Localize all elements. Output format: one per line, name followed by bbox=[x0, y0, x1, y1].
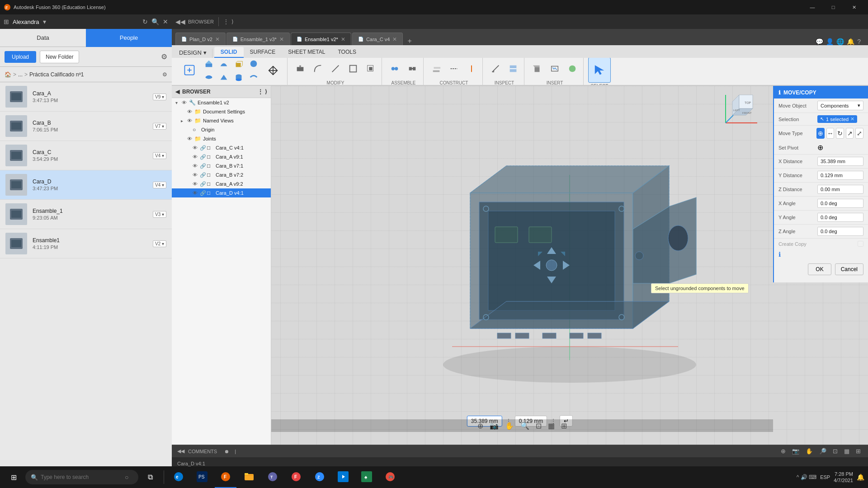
upload-button[interactable]: Upload bbox=[5, 51, 36, 63]
tab-close-button[interactable]: ✕ bbox=[215, 36, 220, 42]
notification-icon[interactable]: 💬 bbox=[816, 38, 823, 45]
task-view-button[interactable]: ⧉ bbox=[140, 467, 160, 487]
vis-icon[interactable]: 👁 bbox=[193, 163, 199, 169]
sweep-button[interactable] bbox=[217, 58, 231, 70]
file-list-item[interactable]: Cara_B 7:06:15 PM V7 ▾ bbox=[0, 112, 172, 141]
move-type-rotate-button[interactable]: ↻ bbox=[836, 128, 844, 139]
cylinder-button[interactable] bbox=[232, 71, 245, 84]
select-button[interactable] bbox=[588, 58, 611, 83]
extrude-button[interactable] bbox=[202, 58, 216, 70]
fillet-button[interactable] bbox=[310, 60, 326, 78]
move-type-edge-button[interactable]: ↔ bbox=[826, 128, 835, 139]
design-dropdown-button[interactable]: DESIGN ▾ bbox=[175, 47, 210, 58]
browser-tree-item[interactable]: 👁🔗□ Cara_D v4:1 bbox=[172, 188, 271, 197]
vis-icon[interactable]: 👁 bbox=[193, 181, 199, 187]
visibility-icon[interactable]: 👁 bbox=[187, 136, 193, 141]
document-tab[interactable]: 📄 Plan_D v2 ✕ bbox=[175, 33, 226, 45]
tab-close-button[interactable]: ✕ bbox=[392, 36, 397, 42]
midplane-button[interactable] bbox=[446, 60, 462, 78]
move-type-free-button[interactable]: ⊕ bbox=[816, 128, 825, 139]
breadcrumb-settings-icon[interactable]: ⚙ bbox=[162, 71, 167, 78]
browser-tree-item[interactable]: 👁🔗□ Cara_B v7:2 bbox=[172, 170, 271, 179]
chevron-down-icon[interactable]: ▾ bbox=[43, 18, 46, 25]
zoom-region-button[interactable]: ⊡ bbox=[534, 421, 543, 431]
browser-collapse-icon[interactable]: ◀ bbox=[175, 89, 179, 95]
cancel-button[interactable]: Cancel bbox=[835, 263, 863, 275]
ok-button[interactable]: OK bbox=[808, 263, 831, 275]
home-breadcrumb[interactable]: 🏠 bbox=[5, 71, 11, 78]
browser-expand-icon[interactable]: ⟩ bbox=[265, 89, 267, 95]
browser-tree-item[interactable]: 👁🔗□ Cara_C v4:1 bbox=[172, 143, 271, 152]
taskbar-fonts[interactable]: F bbox=[285, 466, 307, 488]
y-angle-value[interactable]: 0.0 deg bbox=[817, 213, 863, 222]
vis-icon[interactable]: 👁 bbox=[193, 190, 199, 196]
set-pivot-button[interactable]: ⊕ bbox=[817, 143, 823, 152]
move-object-dropdown[interactable]: Components ▾ bbox=[817, 101, 863, 110]
close-button[interactable]: ✕ bbox=[844, 0, 864, 14]
loft-button[interactable] bbox=[217, 71, 231, 84]
view2-button[interactable]: ⊡ bbox=[831, 447, 840, 455]
viewport[interactable]: ◀ BROWSER ⋮ ⟩ ▾ 👁 🔧 Ensamble1 v2 👁 📁 Doc… bbox=[172, 86, 868, 445]
section-button[interactable] bbox=[505, 60, 521, 78]
sphere-button[interactable] bbox=[247, 58, 260, 70]
comments-expand-icon[interactable]: ◀◀ bbox=[177, 448, 184, 454]
ribbon-tab-surface[interactable]: SURFACE bbox=[244, 47, 282, 58]
camera-button[interactable]: 📷 bbox=[488, 421, 500, 431]
ribbon-tab-tools[interactable]: TOOLS bbox=[331, 47, 362, 58]
camera2-button[interactable]: 📷 bbox=[790, 447, 801, 455]
document-tab[interactable]: 📄 Ensamble1 v2* ✕ bbox=[291, 33, 351, 45]
grid2-button[interactable]: ⊞ bbox=[854, 447, 863, 455]
taskbar-time[interactable]: 7:28 PM 4/7/2021 bbox=[834, 471, 853, 484]
snap-button[interactable]: ⊕ bbox=[476, 421, 485, 431]
joint-button[interactable] bbox=[387, 60, 403, 78]
ribbon-tab-solid[interactable]: SOLID bbox=[214, 47, 244, 58]
taskbar-edge[interactable]: e bbox=[168, 466, 189, 488]
settings-button[interactable]: ⚙ bbox=[161, 52, 167, 61]
insert-canvas-button[interactable] bbox=[547, 60, 563, 78]
grid-icon[interactable]: ⊞ bbox=[4, 18, 9, 25]
browser-tree-item[interactable]: ▸ 👁 📁 Named Views bbox=[172, 116, 271, 125]
z-distance-value[interactable]: 0.00 mm bbox=[817, 185, 863, 194]
pan-button[interactable]: ✋ bbox=[503, 421, 516, 431]
browser-tree-item[interactable]: 👁🔗□ Cara_A v9:1 bbox=[172, 152, 271, 161]
tab-close-button[interactable]: ✕ bbox=[341, 36, 345, 42]
new-component-button[interactable] bbox=[178, 58, 201, 83]
minimize-button[interactable]: — bbox=[802, 0, 823, 14]
file-list-item[interactable]: Ensamble_1 9:23:05 AM V3 ▾ bbox=[0, 200, 172, 229]
taskbar-media[interactable] bbox=[332, 466, 354, 488]
origin-button[interactable]: ⊕ bbox=[779, 447, 788, 455]
dots-breadcrumb[interactable]: ... bbox=[18, 71, 23, 78]
browser-tree-item[interactable]: 👁 📁 Joints bbox=[172, 134, 271, 143]
browser-collapse-button[interactable]: ◀◀ bbox=[175, 18, 185, 25]
visibility-icon[interactable]: 👁 bbox=[187, 109, 193, 114]
z-angle-value[interactable]: 0.0 deg bbox=[817, 227, 863, 236]
user-icon[interactable]: 👤 bbox=[826, 38, 834, 45]
measure-button[interactable] bbox=[487, 60, 504, 78]
shell-button[interactable] bbox=[345, 60, 361, 78]
online-icon[interactable]: 🌐 bbox=[836, 38, 844, 45]
taskbar-solitaire[interactable]: ♠ bbox=[356, 466, 377, 488]
x-distance-value[interactable]: 35.389 mm bbox=[817, 157, 863, 166]
comments-record-icon[interactable]: ⏺ bbox=[224, 449, 229, 454]
axis-button[interactable] bbox=[463, 60, 480, 78]
file-list-item[interactable]: Cara_D 3:47:23 PM V4 ▾ bbox=[0, 170, 172, 200]
box-button[interactable] bbox=[232, 58, 245, 70]
create-copy-checkbox[interactable] bbox=[858, 241, 863, 247]
browser-options-icon[interactable]: ⋮ bbox=[258, 89, 263, 95]
offset-plane-button[interactable] bbox=[428, 60, 444, 78]
file-list-item[interactable]: Ensamble1 4:11:19 PM V2 ▾ bbox=[0, 229, 172, 258]
grid-settings-button[interactable]: ⊞ bbox=[559, 421, 569, 431]
chamfer-button[interactable] bbox=[327, 60, 344, 78]
zoom2-button[interactable]: 🔎 bbox=[817, 447, 828, 455]
maximize-button[interactable]: □ bbox=[823, 0, 844, 14]
move-type-point-button[interactable]: ⤢ bbox=[855, 128, 863, 139]
pipe-button[interactable] bbox=[247, 71, 260, 84]
expand2-icon[interactable]: ⟩ bbox=[231, 19, 234, 25]
taskbar-gaming[interactable]: 🎮 bbox=[379, 466, 401, 488]
decal-button[interactable] bbox=[564, 60, 580, 78]
zoom-button[interactable]: 🔍 bbox=[519, 421, 531, 431]
tab-close-button[interactable]: ✕ bbox=[279, 36, 284, 42]
taskbar-fusion[interactable]: F bbox=[215, 466, 236, 488]
move-button[interactable] bbox=[262, 58, 284, 83]
people-tab[interactable]: People bbox=[86, 29, 172, 47]
